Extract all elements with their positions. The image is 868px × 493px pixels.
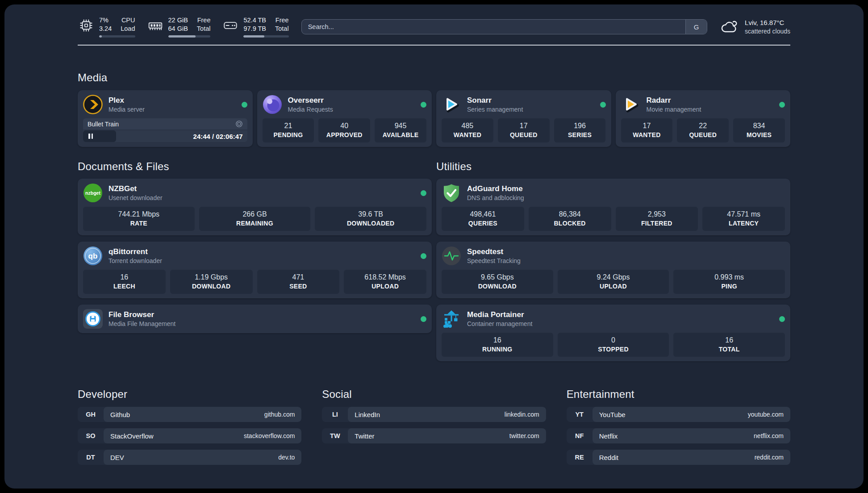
service-description: Speedtest Tracking xyxy=(467,257,521,265)
service-card-nzbget[interactable]: nzbget NZBGet Usenet downloader 744.21 M… xyxy=(78,179,432,235)
bookmark-name: DEV xyxy=(110,454,124,461)
search-engine-button[interactable]: G xyxy=(685,20,707,34)
stat-tile: 17QUEUED xyxy=(498,118,550,142)
weather-location: Lviv, 16.87°C xyxy=(745,18,790,27)
section-title-developer: Developer xyxy=(78,388,301,401)
bookmark-netflix[interactable]: NFNetflixnetflix.com xyxy=(567,428,790,443)
plex-icon xyxy=(83,95,103,114)
service-stats: 21PENDING40APPROVED945AVAILABLE xyxy=(263,118,427,142)
stat-tile: 47.571 msLATENCY xyxy=(702,207,785,231)
bookmark-domain: linkedin.com xyxy=(505,411,539,418)
stat-value: 744.21 Mbps xyxy=(85,210,193,219)
bookmark-body: StackOverflowstackoverflow.com xyxy=(104,428,301,443)
stat-value: 834 xyxy=(735,121,783,130)
gear-icon[interactable] xyxy=(235,120,243,128)
bookmark-name: Reddit xyxy=(599,454,618,461)
bookmark-name: Github xyxy=(110,411,130,418)
stat-tile: 17WANTED xyxy=(621,118,673,142)
service-card-adguard[interactable]: AdGuard Home DNS and adblocking 498,461Q… xyxy=(436,179,790,235)
stat-value: 945 xyxy=(376,121,425,130)
bookmark-youtube[interactable]: YTYouTubeyoutube.com xyxy=(567,407,790,422)
stat-value: 9.65 Gbps xyxy=(443,273,551,282)
service-name: qBittorrent xyxy=(108,247,162,256)
bookmark-domain: github.com xyxy=(264,411,295,418)
service-stats: 485WANTED17QUEUED196SERIES xyxy=(442,118,606,142)
stat-tile: 1.19 GbpsDOWNLOAD xyxy=(170,270,253,294)
cpu-icon xyxy=(78,17,95,34)
stat-value: 22 xyxy=(679,121,727,130)
service-name: Radarr xyxy=(647,96,701,105)
status-dot-online xyxy=(779,316,785,322)
section-title-media: Media xyxy=(78,71,790,84)
bookmarks-developer: Developer GHGithubgithub.comSOStackOverf… xyxy=(78,388,301,465)
cpu-load-label: Load xyxy=(121,25,135,33)
now-playing-title: Bullet Train xyxy=(88,121,119,128)
bookmark-domain: dev.to xyxy=(278,454,295,461)
stat-tile: 22QUEUED xyxy=(677,118,729,142)
bookmark-linkedin[interactable]: LILinkedInlinkedin.com xyxy=(322,407,546,422)
service-name: Media Portainer xyxy=(467,310,532,319)
service-card-plex[interactable]: Plex Media server Bullet Train xyxy=(78,90,253,147)
memory-total-label: Total xyxy=(197,25,211,33)
service-description: Media server xyxy=(108,105,145,113)
stat-tile: 21PENDING xyxy=(263,118,314,142)
cpu-label: CPU xyxy=(121,16,135,25)
stat-tile: 16LEECH xyxy=(83,270,166,294)
stat-tile: 485WANTED xyxy=(442,118,493,142)
bookmark-body: Netflixnetflix.com xyxy=(593,428,790,443)
stat-label: QUERIES xyxy=(443,219,522,227)
stat-tile: 9.24 GbpsUPLOAD xyxy=(558,270,669,294)
bookmark-body: YouTubeyoutube.com xyxy=(593,407,790,422)
stat-value: 196 xyxy=(556,121,604,130)
bookmark-name: Twitter xyxy=(355,432,374,440)
stat-tile: 0STOPPED xyxy=(558,333,669,357)
qbittorrent-icon: qb xyxy=(83,246,103,266)
bookmark-domain: stackoverflow.com xyxy=(244,432,295,439)
memory-icon xyxy=(147,17,164,34)
stat-tile: 86,384BLOCKED xyxy=(529,207,611,231)
stat-tile: 618.52 MbpsUPLOAD xyxy=(344,270,426,294)
bookmark-dev[interactable]: DTDEVdev.to xyxy=(78,450,301,465)
service-card-radarr[interactable]: Radarr Movie management 17WANTED22QUEUED… xyxy=(616,90,791,147)
stat-value: 2,953 xyxy=(618,210,697,219)
service-card-sonarr[interactable]: Sonarr Series management 485WANTED17QUEU… xyxy=(436,90,611,147)
stat-label: DOWNLOADED xyxy=(317,219,425,227)
service-card-speedtest[interactable]: Speedtest Speedtest Tracking 9.65 GbpsDO… xyxy=(436,242,790,298)
storage-total-label: Total xyxy=(275,25,289,33)
memory-free-value: 22 GiB xyxy=(168,16,188,25)
stat-tile: 2,953FILTERED xyxy=(616,207,698,231)
stat-value: 17 xyxy=(623,121,671,130)
header-bar: 7% CPU 3.24 Load xyxy=(78,16,790,38)
pause-icon[interactable] xyxy=(88,134,93,139)
section-title-utilities: Utilities xyxy=(436,160,790,173)
service-name: NZBGet xyxy=(108,184,163,193)
stat-value: 16 xyxy=(443,336,551,345)
service-card-filebrowser[interactable]: File Browser Media File Management xyxy=(78,305,432,333)
stat-tile: 945AVAILABLE xyxy=(375,118,426,142)
service-stats: 17WANTED22QUEUED834MOVIES xyxy=(621,118,785,142)
dashboard-page: 7% CPU 3.24 Load xyxy=(4,4,864,489)
bookmark-domain: netflix.com xyxy=(754,432,784,439)
stat-label: WANTED xyxy=(443,131,492,139)
nzbget-icon: nzbget xyxy=(83,183,103,203)
bookmark-twitter[interactable]: TWTwittertwitter.com xyxy=(322,428,546,443)
memory-usage-bar xyxy=(168,35,211,38)
service-card-overseerr[interactable]: Overseerr Media Requests 21PENDING40APPR… xyxy=(257,90,432,147)
bookmark-body: DEVdev.to xyxy=(104,450,301,465)
bookmark-reddit[interactable]: RERedditreddit.com xyxy=(567,450,790,465)
search-input[interactable] xyxy=(302,20,685,34)
header-divider xyxy=(78,45,790,46)
stat-label: DOWNLOAD xyxy=(172,282,251,290)
bookmark-github[interactable]: GHGithubgithub.com xyxy=(78,407,301,422)
status-dot-online xyxy=(242,102,247,108)
bookmark-abbreviation: GH xyxy=(78,407,104,422)
bookmark-stackoverflow[interactable]: SOStackOverflowstackoverflow.com xyxy=(78,428,301,443)
stat-tile: 471SEED xyxy=(257,270,340,294)
stat-tile: 0.993 msPING xyxy=(673,270,785,294)
bookmark-abbreviation: RE xyxy=(567,450,593,465)
stat-value: 16 xyxy=(675,336,783,345)
service-card-qbittorrent[interactable]: qb qBittorrent Torrent downloader 16LEEC… xyxy=(78,242,432,298)
radarr-icon xyxy=(621,95,641,114)
service-card-portainer[interactable]: Media Portainer Container management 16R… xyxy=(436,305,790,361)
overseerr-icon xyxy=(263,95,282,114)
